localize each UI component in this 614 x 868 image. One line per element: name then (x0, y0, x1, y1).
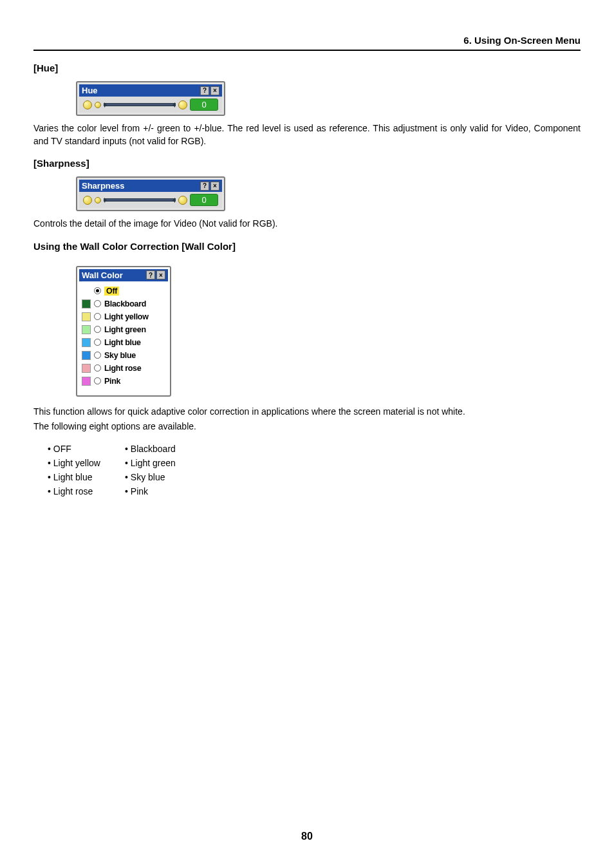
wall-color-option[interactable]: Light blue (82, 338, 163, 347)
sharpness-slider-track[interactable] (104, 198, 176, 202)
color-swatch-icon (82, 377, 91, 386)
radio-icon[interactable] (94, 287, 101, 294)
list-item: • OFF (48, 444, 125, 454)
radio-icon[interactable] (94, 339, 101, 346)
wall-color-description-2: The following eight options are availabl… (33, 420, 581, 433)
color-swatch-icon (82, 325, 91, 334)
wall-color-options-list: • OFF• Blackboard• Light yellow• Light g… (48, 444, 581, 496)
color-swatch-icon (82, 312, 91, 321)
wall-color-option[interactable]: Sky blue (82, 351, 163, 360)
radio-icon[interactable] (94, 364, 101, 372)
list-item: • Light blue (48, 472, 125, 482)
color-swatch-icon (82, 351, 91, 360)
close-icon[interactable]: × (210, 182, 219, 191)
wall-color-option-label: Sky blue (104, 351, 136, 360)
chapter-header: 6. Using On-Screen Menu (33, 32, 581, 51)
decrease-button-icon[interactable] (83, 196, 92, 205)
decrease-button-icon[interactable] (83, 100, 92, 109)
help-icon[interactable]: ? (146, 270, 155, 279)
wall-color-option-label: Light blue (104, 338, 141, 347)
help-icon[interactable]: ? (200, 86, 209, 95)
wall-color-option-label: Blackboard (104, 299, 146, 308)
hue-panel-title: Hue (82, 86, 98, 95)
close-icon[interactable]: × (156, 270, 165, 279)
hue-description: Varies the color level from +/- green to… (33, 122, 581, 147)
increase-button-icon[interactable] (178, 100, 187, 109)
sharpness-slider-panel: Sharpness ? × 0 (76, 176, 225, 211)
help-icon[interactable]: ? (200, 182, 209, 191)
page-number: 80 (0, 831, 614, 842)
color-swatch-icon (82, 299, 91, 308)
increase-button-icon[interactable] (178, 196, 187, 205)
wall-color-option[interactable]: Off (82, 287, 163, 296)
list-item: • Pink (125, 486, 215, 496)
radio-icon[interactable] (94, 300, 101, 307)
wall-color-heading: Using the Wall Color Correction [Wall Co… (33, 241, 581, 252)
wall-color-option-label: Light yellow (104, 312, 149, 321)
color-swatch-icon (82, 364, 91, 373)
list-item: • Light green (125, 458, 215, 468)
wall-color-option-label: Light rose (104, 364, 141, 373)
wall-color-option[interactable]: Pink (82, 377, 163, 386)
color-swatch-icon (82, 338, 91, 347)
wall-color-option[interactable]: Light rose (82, 364, 163, 373)
wall-color-option[interactable]: Light green (82, 325, 163, 334)
hue-value: 0 (190, 99, 218, 111)
close-icon[interactable]: × (210, 86, 219, 95)
hue-slider-track[interactable] (104, 103, 176, 106)
hue-slider-panel: Hue ? × 0 (76, 81, 225, 116)
sharpness-panel-title: Sharpness (82, 181, 124, 191)
radio-icon[interactable] (94, 352, 101, 359)
radio-icon[interactable] (94, 326, 101, 333)
slider-left-icon (95, 102, 101, 108)
sharpness-description: Controls the detail of the image for Vid… (33, 218, 581, 231)
wall-color-option[interactable]: Light yellow (82, 312, 163, 321)
wall-color-panel: Wall Color ? × OffBlackboardLight yellow… (76, 266, 171, 397)
wall-color-option-label: Light green (104, 325, 146, 334)
slider-left-icon (95, 197, 101, 203)
wall-color-option-label: Pink (104, 377, 120, 386)
wall-color-description-1: This function allows for quick adaptive … (33, 406, 581, 419)
list-item: • Blackboard (125, 444, 215, 454)
wall-color-option[interactable]: Blackboard (82, 299, 163, 308)
wall-color-option-label: Off (104, 287, 119, 296)
list-item: • Light yellow (48, 458, 125, 468)
sharpness-heading: [Sharpness] (33, 158, 581, 169)
wall-color-panel-title: Wall Color (82, 270, 123, 280)
radio-icon[interactable] (94, 313, 101, 320)
list-item: • Sky blue (125, 472, 215, 482)
radio-icon[interactable] (94, 377, 101, 384)
sharpness-value: 0 (190, 194, 218, 206)
hue-heading: [Hue] (33, 62, 581, 73)
list-item: • Light rose (48, 486, 125, 496)
